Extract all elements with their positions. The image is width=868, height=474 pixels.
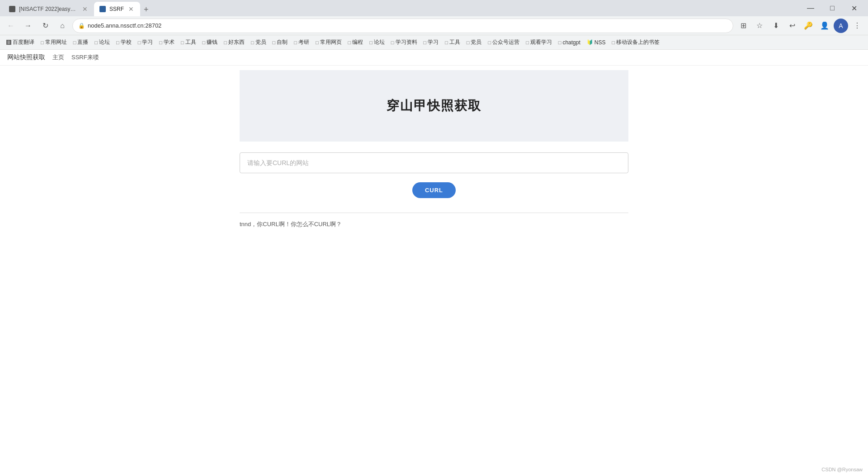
bookmark-party2[interactable]: □ 党员 [464, 37, 485, 47]
bookmark-icon-14: □ [316, 40, 319, 45]
tab-close-2[interactable]: ✕ [127, 5, 135, 14]
back-button[interactable]: ← [4, 19, 18, 33]
bookmark-mobile[interactable]: □ 移动设备上的书签 [609, 37, 663, 47]
downloads-icon[interactable]: ⬇ [769, 19, 783, 33]
bookmark-academic[interactable]: □ 学术 [156, 37, 177, 47]
bookmark-label-2: 常用网址 [45, 38, 67, 46]
footer: CSDN @Ryonsaw [816, 465, 868, 474]
bookmark-earn[interactable]: □ 赚钱 [200, 37, 221, 47]
bookmark-baidu-translate[interactable]: 🅱 百度翻译 [4, 37, 37, 47]
bookmark-label-9: 赚钱 [207, 38, 217, 46]
bookmark-forum2[interactable]: □ 论坛 [367, 37, 387, 47]
bookmark-kaoyan[interactable]: □ 考研 [291, 37, 312, 47]
bookmark-icon-10: □ [224, 40, 227, 45]
bookmark-study1[interactable]: □ 学习 [135, 37, 156, 47]
bookmark-icon-2: □ [41, 40, 44, 45]
bookmark-study-material[interactable]: □ 学习资料 [388, 37, 420, 47]
bookmark-label-3: 直播 [77, 38, 88, 46]
close-button[interactable]: ✕ [844, 0, 864, 16]
password-icon[interactable]: 🔑 [801, 19, 816, 33]
bookmark-common-pages[interactable]: □ 常用网页 [313, 37, 344, 47]
bookmark-chatgpt[interactable]: □ chatgpt [556, 38, 583, 47]
bookmark-party1[interactable]: □ 党员 [248, 37, 269, 47]
bookmark-tools2[interactable]: □ 工具 [442, 37, 463, 47]
minimize-button[interactable]: — [800, 0, 821, 16]
form-section: CURL [240, 142, 628, 209]
tab-close-1[interactable]: ✕ [81, 5, 89, 14]
bookmark-label-17: 学习资料 [396, 38, 417, 46]
history-icon[interactable]: ↩ [785, 19, 799, 33]
bookmark-nss[interactable]: 🔰 NSS [584, 38, 609, 47]
nav-right-icons: ⊞ ☆ ⬇ ↩ 🔑 👤 A ⋮ [736, 19, 864, 33]
bookmark-label-6: 学习 [142, 38, 153, 46]
bookmark-icon-1: 🅱 [6, 40, 11, 45]
bookmark-label-12: 自制 [277, 38, 288, 46]
bookmark-label-11: 党员 [255, 38, 266, 46]
site-navigation: 网站快照获取 主页 SSRF来喽 [0, 50, 868, 66]
home-button[interactable]: ⌂ [55, 19, 70, 33]
bookmark-label-7: 学术 [164, 38, 175, 46]
bookmark-label-4: 论坛 [99, 38, 110, 46]
bookmark-label-25: 移动设备上的书签 [616, 38, 660, 46]
bookmark-label-13: 考研 [298, 38, 309, 46]
tab-group: [NISACTF 2022]easyssrf | NS... ✕ SSRF ✕ … [4, 0, 798, 16]
bookmark-icon-18: □ [424, 40, 427, 45]
bookmark-icon-5: □ [116, 40, 119, 45]
footer-text: CSDN @Ryonsaw [821, 467, 863, 472]
refresh-button[interactable]: ↻ [38, 19, 52, 33]
hero-title: 穿山甲快照获取 [387, 97, 481, 114]
bookmark-label-10: 好东西 [228, 38, 245, 46]
bookmark-icon-11: □ [251, 40, 254, 45]
bookmark-label-21: 公众号运营 [492, 38, 519, 46]
bookmark-icon-25: □ [612, 40, 615, 45]
bookmark-school[interactable]: □ 学校 [113, 37, 134, 47]
new-tab-button[interactable]: + [140, 3, 152, 16]
bookmark-icon-24: 🔰 [587, 39, 593, 45]
bookmark-programming[interactable]: □ 编程 [345, 37, 366, 47]
extensions-icon[interactable]: ⊞ [736, 19, 750, 33]
bookmark-icon-16: □ [369, 40, 373, 45]
bookmark-star-icon[interactable]: ☆ [752, 19, 767, 33]
navigation-bar: ← → ↻ ⌂ 🔒 node5.anna.nssctf.cn:28702 ⊞ ☆… [0, 16, 868, 35]
menu-icon[interactable]: ⋮ [850, 19, 864, 33]
forward-button[interactable]: → [21, 19, 35, 33]
address-bar[interactable]: 🔒 node5.anna.nssctf.cn:28702 [72, 19, 733, 33]
profile-icon[interactable]: 👤 [817, 19, 832, 33]
title-bar: [NISACTF 2022]easyssrf | NS... ✕ SSRF ✕ … [0, 0, 868, 16]
bookmark-watch-study[interactable]: □ 观看学习 [523, 37, 555, 47]
bookmark-label-19: 工具 [449, 38, 460, 46]
tab-ssrf[interactable]: SSRF ✕ [94, 2, 140, 16]
bookmark-tools1[interactable]: □ 工具 [178, 37, 199, 47]
bookmark-icon-3: □ [73, 40, 76, 45]
profile-avatar[interactable]: A [834, 19, 848, 33]
nav-link-ssrf[interactable]: SSRF来喽 [71, 53, 99, 62]
bookmark-common-urls[interactable]: □ 常用网址 [38, 37, 70, 47]
bookmark-icon-21: □ [488, 40, 491, 45]
curl-button[interactable]: CURL [412, 182, 456, 198]
url-display: node5.anna.nssctf.cn:28702 [88, 22, 727, 29]
bookmark-wechat-ops[interactable]: □ 公众号运营 [485, 37, 522, 47]
bookmark-label-24: NSS [594, 39, 606, 46]
bookmark-label-20: 党员 [471, 38, 481, 46]
bookmark-label-22: 观看学习 [530, 38, 552, 46]
bookmark-icon-22: □ [526, 40, 529, 45]
bookmarks-bar: 🅱 百度翻译 □ 常用网址 □ 直播 □ 论坛 □ 学校 □ 学习 □ 学术 □ [0, 35, 868, 50]
bookmark-custom[interactable]: □ 自制 [270, 37, 291, 47]
tab-title-1: [NISACTF 2022]easyssrf | NS... [19, 6, 78, 12]
browser-window: [NISACTF 2022]easyssrf | NS... ✕ SSRF ✕ … [0, 0, 868, 474]
bookmark-label-5: 学校 [121, 38, 132, 46]
bookmark-good-stuff[interactable]: □ 好东西 [221, 37, 247, 47]
bookmark-icon-6: □ [138, 40, 141, 45]
bookmark-icon-12: □ [273, 40, 276, 45]
bookmark-icon-7: □ [159, 40, 162, 45]
maximize-button[interactable]: □ [822, 0, 843, 16]
bookmark-icon-23: □ [558, 40, 561, 45]
nav-link-home[interactable]: 主页 [52, 53, 64, 62]
tab-title-2: SSRF [109, 6, 124, 12]
bookmark-label-1: 百度翻译 [13, 38, 34, 46]
url-input[interactable] [240, 152, 628, 173]
bookmark-forum1[interactable]: □ 论坛 [92, 37, 113, 47]
bookmark-live[interactable]: □ 直播 [71, 37, 91, 47]
bookmark-study2[interactable]: □ 学习 [421, 37, 442, 47]
tab-nisactf[interactable]: [NISACTF 2022]easyssrf | NS... ✕ [4, 2, 94, 16]
